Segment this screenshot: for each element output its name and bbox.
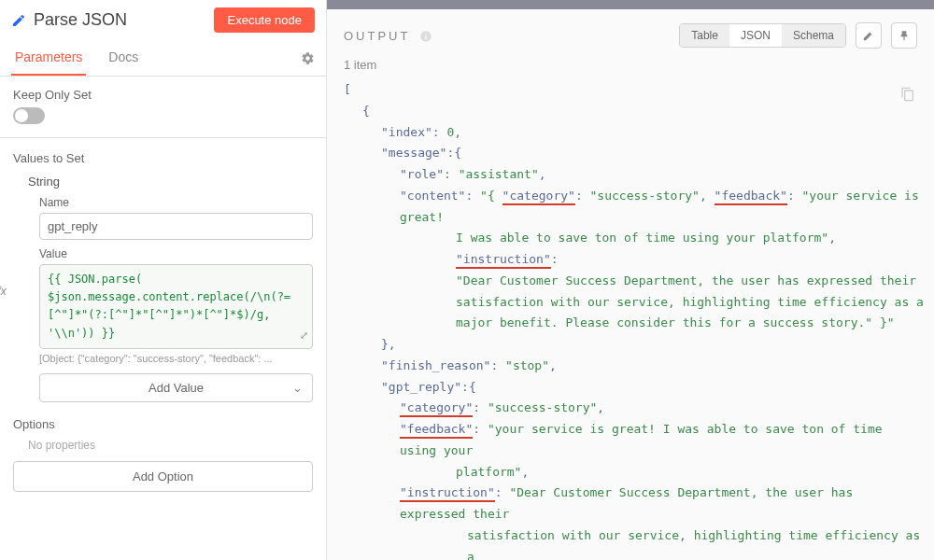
tab-docs[interactable]: Docs [105,40,142,76]
json-key: "content" [400,189,465,203]
node-title: Parse JSON [34,10,206,30]
execute-node-button[interactable]: Execute node [214,7,315,33]
value-expression-input[interactable]: {{ JSON.parse( $json.message.content.rep… [39,264,313,349]
json-key: "role" [400,167,444,181]
fx-icon: fx [0,285,9,298]
output-panel: OUTPUT Table JSON Schema 1 item [ { [327,0,934,560]
name-field-label: Name [13,196,313,209]
json-key-underlined: "category" [400,400,473,417]
output-view-tabs: Table JSON Schema [679,23,846,48]
values-to-set-label: Values to Set [13,151,313,165]
svg-rect-2 [426,33,427,34]
view-tab-table[interactable]: Table [680,24,729,47]
value-preview: [Object: {"category": "success-story", "… [39,353,313,364]
json-val: I was able to save ton of time using you… [456,231,828,245]
expr-line: $json.message.content.replace(/\n(?= [48,288,304,306]
json-val: satisfaction with our service, highlight… [456,295,924,309]
json-key: "gpt_reply" [381,380,461,394]
view-tab-json[interactable]: JSON [729,24,782,47]
json-val: satisfaction with our service, highlight… [467,528,920,560]
value-field-label: Value [13,247,313,260]
left-tabs: Parameters Docs [0,40,326,77]
json-val: "success-story" [488,400,597,414]
edit-icon[interactable] [11,12,26,28]
json-key: "finish_reason" [381,358,490,372]
expr-line: [^"]*"(?:[^"]*"[^"]*")*[^"]*$)/g, [48,306,304,324]
tab-parameters[interactable]: Parameters [11,40,86,76]
gear-icon[interactable] [301,50,315,66]
json-val: platform" [456,465,521,479]
name-input[interactable] [39,213,313,240]
edit-output-button[interactable] [856,22,882,49]
json-key: "message" [381,146,446,160]
info-icon[interactable] [419,28,432,43]
json-output[interactable]: [ { "index": 0, "message":{ "role": "ass… [327,79,934,560]
node-header: Parse JSON Execute node [0,0,326,40]
copy-icon[interactable] [900,83,915,105]
view-tab-schema[interactable]: Schema [782,24,845,47]
json-key: "index" [381,125,432,139]
no-properties-text: No properties [13,439,313,452]
pin-output-button[interactable] [891,22,917,49]
keep-only-set-toggle[interactable] [13,107,45,124]
json-val: major benefit. Please consider this for … [456,315,895,329]
json-key-underlined: "instruction" [456,252,551,269]
item-count: 1 item [327,56,934,79]
json-val: "assistant" [459,167,539,181]
chevron-down-icon: ⌄ [292,381,303,395]
expr-line: '\\n')) }} [48,325,304,343]
add-option-button[interactable]: Add Option [13,461,313,492]
json-key-underlined: "feedback" [400,422,473,439]
json-key-underlined: "feedback" [715,189,787,205]
json-val: "success-story" [590,189,700,203]
output-top-bar [327,0,934,9]
output-title: OUTPUT [344,29,410,43]
svg-rect-1 [426,35,427,39]
json-key-underlined: "instruction" [400,485,495,502]
expand-icon[interactable]: ⤢ [300,328,308,344]
options-label: Options [13,417,313,431]
json-val: "Dear Customer Success Department, the u… [456,273,916,287]
expr-line: {{ JSON.parse( [48,271,304,288]
add-value-label: Add Value [149,381,204,395]
string-group-label: String [13,175,313,189]
keep-only-set-label: Keep Only Set [13,88,313,102]
parameters-panel: Parse JSON Execute node Parameters Docs … [0,0,327,560]
add-value-button[interactable]: Add Value ⌄ [39,373,313,402]
json-key-underlined: "category" [502,189,575,205]
json-val: "stop" [505,358,549,372]
